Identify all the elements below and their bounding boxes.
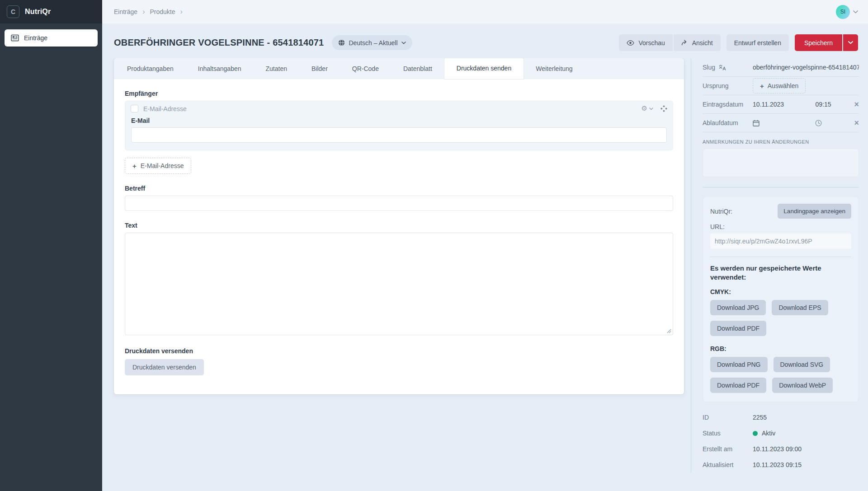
details-divider (703, 187, 859, 187)
details-pane: Slug oberföhringer-vogelspinne-654181407… (691, 58, 859, 473)
tab-inhaltsangaben[interactable]: Inhaltsangaben (186, 58, 254, 79)
meta-status-value: Aktiv (753, 430, 775, 437)
email-field-label: E-Mail (131, 117, 667, 124)
text-field[interactable] (125, 233, 673, 335)
slug-label-wrap: Slug (703, 64, 753, 71)
content-row: Produktangaben Inhaltsangaben Zutaten Bi… (102, 58, 868, 491)
tab-label: Inhaltsangaben (198, 65, 241, 72)
brand-name: NutriQr (25, 8, 51, 16)
expiry-time-picker[interactable] (815, 120, 854, 126)
save-label: Speichern (804, 39, 833, 47)
download-jpg-button[interactable]: Download JPG (710, 300, 766, 315)
entries-icon (11, 34, 19, 42)
add-email-address-button[interactable]: + E-Mail-Adresse (125, 158, 191, 174)
sidebar-nav: Einträge (0, 23, 102, 52)
url-field[interactable] (710, 234, 851, 249)
download-png-button[interactable]: Download PNG (710, 357, 768, 372)
globe-icon (338, 39, 345, 46)
meta-created-value: 10.11.2023 09:00 (753, 445, 802, 453)
slug-label: Slug (703, 64, 715, 71)
tab-label: Datenblatt (403, 65, 432, 72)
subject-field[interactable] (125, 196, 673, 211)
text-label: Text (125, 222, 673, 229)
download-button-label: Download JPG (717, 304, 759, 311)
slug-value[interactable]: oberföhringer-vogelspinne-6541814071 (753, 64, 859, 71)
tab-bilder[interactable]: Bilder (299, 58, 340, 79)
entry-time-value[interactable]: 09:15 (815, 101, 854, 108)
tab-label: Weiterleitung (536, 65, 572, 72)
tab-label: Zutaten (266, 65, 287, 72)
tab-zutaten[interactable]: Zutaten (254, 58, 299, 79)
email-block-header: E-Mail-Adresse ⚙ (125, 101, 673, 115)
app-logo-icon[interactable]: C (7, 5, 19, 18)
download-pdf-cmyk-button[interactable]: Download PDF (710, 321, 766, 336)
save-button[interactable]: Speichern (795, 34, 842, 51)
show-landingpage-button[interactable]: Landingpage anzeigen (778, 204, 851, 219)
nutriqr-panel: NutriQr: Landingpage anzeigen URL: Es we… (703, 196, 859, 402)
notes-label: ANMERKUNGEN ZU IHREN ÄNDERUNGEN (703, 139, 859, 145)
avatar-initials: SI (840, 9, 845, 15)
email-address-block: E-Mail-Adresse ⚙ (125, 101, 673, 150)
origin-select-button[interactable]: + Auswählen (753, 78, 806, 94)
download-pdf-rgb-button[interactable]: Download PDF (710, 378, 766, 393)
entry-date-value[interactable]: 10.11.2023 (753, 101, 815, 108)
notes-field[interactable] (703, 149, 859, 177)
meta-id-label: ID (703, 414, 753, 421)
clear-expiry-date-icon[interactable]: × (854, 119, 859, 127)
slug-row: Slug oberföhringer-vogelspinne-654181407… (703, 58, 859, 77)
sidebar-item-eintraege[interactable]: Einträge (5, 29, 98, 47)
expiry-date-picker[interactable] (753, 120, 815, 126)
sidebar-item-label: Einträge (24, 34, 47, 42)
download-webp-button[interactable]: Download WebP (772, 378, 833, 393)
meta-id-value: 2255 (753, 414, 767, 421)
clock-icon (815, 120, 822, 126)
send-section: Druckdaten versenden Druckdaten versende… (125, 347, 673, 375)
clear-entry-date-icon[interactable]: × (854, 100, 859, 108)
view-button[interactable]: Ansicht (674, 34, 721, 51)
preview-button[interactable]: Vorschau (619, 34, 672, 51)
email-block-title: E-Mail-Adresse (143, 105, 187, 112)
block-settings-button[interactable]: ⚙ (642, 105, 653, 112)
send-section-label: Druckdaten versenden (125, 347, 673, 355)
tab-weiterleitung[interactable]: Weiterleitung (524, 58, 585, 79)
download-eps-button[interactable]: Download EPS (772, 300, 828, 315)
email-field[interactable] (131, 127, 667, 143)
drag-handle-icon[interactable] (660, 105, 667, 112)
send-print-data-button[interactable]: Druckdaten versenden (125, 359, 204, 375)
create-draft-button[interactable]: Entwurf erstellen (726, 34, 789, 51)
translate-icon[interactable] (719, 65, 726, 70)
breadcrumb-separator-icon: › (142, 8, 145, 15)
url-label: URL: (710, 223, 851, 230)
meta-updated-label: Aktualisiert (703, 461, 753, 468)
text-area-wrapper (125, 233, 673, 337)
tab-druckdaten-senden[interactable]: Druckdaten senden (444, 58, 524, 79)
origin-button-label: Auswählen (768, 82, 799, 89)
send-button-label: Druckdaten versenden (132, 364, 196, 371)
account-menu-chevron-icon[interactable] (853, 10, 858, 14)
language-selector[interactable]: Deutsch – Aktuell (332, 35, 412, 50)
tab-produktangaben[interactable]: Produktangaben (115, 58, 186, 79)
expiry-date-row: Ablaufdatum (703, 114, 859, 132)
avatar[interactable]: SI (836, 5, 850, 19)
breadcrumb-eintraege[interactable]: Einträge (114, 8, 137, 15)
tab-qr-code[interactable]: QR-Code (340, 58, 391, 79)
meta-row-status: Status Aktiv (703, 426, 859, 441)
view-label: Ansicht (692, 39, 713, 47)
entry-panel: Produktangaben Inhaltsangaben Zutaten Bi… (114, 58, 684, 394)
cmyk-label: CMYK: (710, 288, 851, 295)
download-svg-button[interactable]: Download SVG (774, 357, 830, 372)
email-block-tools: ⚙ (642, 105, 667, 112)
tab-label: QR-Code (352, 65, 379, 72)
origin-label: Ursprung (703, 82, 753, 89)
meta-row-updated: Aktualisiert 10.11.2023 09:15 (703, 457, 859, 473)
nutriqr-label: NutriQr: (710, 208, 732, 215)
tab-datenblatt[interactable]: Datenblatt (391, 58, 444, 79)
entry-date-label: Eintragsdatum (703, 101, 753, 108)
breadcrumb-produkte[interactable]: Produkte (150, 8, 175, 15)
page-header: OBERFÖHRINGER VOGELSPINNE - 6541814071 D… (102, 23, 868, 58)
gear-icon: ⚙ (642, 105, 647, 112)
header-actions: Vorschau Ansicht Entwurf erstellen (619, 34, 858, 51)
email-address-checkbox[interactable] (131, 105, 138, 112)
nutriqr-row: NutriQr: Landingpage anzeigen (710, 204, 851, 219)
save-menu-chevron-button[interactable] (843, 34, 858, 51)
